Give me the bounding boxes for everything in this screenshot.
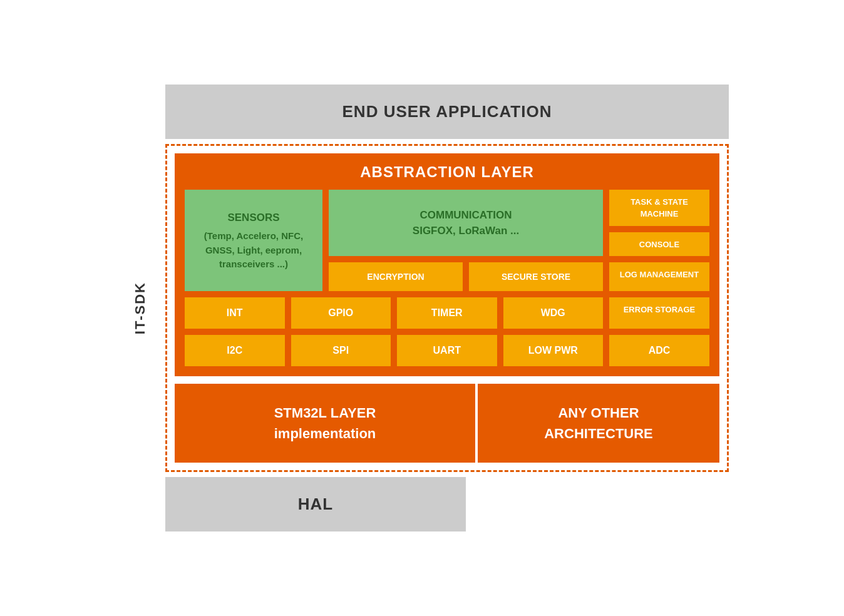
stm32l-line1: STM32L LAYER: [187, 403, 463, 423]
uart-block: UART: [397, 335, 497, 366]
stm32l-line2: implementation: [187, 423, 463, 444]
it-sdk-container: IT-SDK ABSTRACTION LAYER SENSORS (Temp, …: [115, 144, 729, 472]
it-sdk-label-wrapper: IT-SDK: [115, 144, 165, 472]
abstraction-layer-block: ABSTRACTION LAYER SENSORS (Temp, Acceler…: [175, 153, 719, 376]
spi-label: SPI: [332, 345, 349, 356]
end-user-app-block: END USER APPLICATION: [165, 85, 729, 139]
i2c-block: I2C: [185, 335, 285, 366]
gpio-label: GPIO: [328, 307, 353, 318]
sensors-subtitle: (Temp, Accelero, NFC, GNSS, Light, eepro…: [192, 229, 315, 272]
int-label: INT: [227, 307, 243, 318]
stm32l-block: STM32L LAYER implementation: [175, 384, 475, 463]
wdg-block: WDG: [503, 297, 604, 329]
it-sdk-dashed-box: ABSTRACTION LAYER SENSORS (Temp, Acceler…: [165, 144, 729, 472]
encryption-block: ENCRYPTION: [329, 262, 463, 291]
gpio-block: GPIO: [291, 297, 391, 329]
int-block: INT: [185, 297, 285, 329]
task-state-label: TASK & STATE MACHINE: [630, 197, 688, 218]
i2c-label: I2C: [227, 345, 242, 356]
encryption-label: ENCRYPTION: [367, 272, 424, 282]
error-storage-block: ERROR STORAGE: [609, 297, 709, 329]
comm-title: COMMUNICATION: [413, 207, 519, 223]
hal-block: HAL: [165, 477, 466, 531]
console-block: CONSOLE: [609, 232, 709, 256]
spi-block: SPI: [291, 335, 391, 366]
sensors-title: SENSORS: [192, 210, 315, 226]
any-other-line1: ANY OTHER: [490, 403, 707, 423]
hal-row: HAL: [165, 477, 729, 531]
end-user-app-label: END USER APPLICATION: [342, 102, 552, 121]
any-other-line2: ARCHITECTURE: [490, 423, 707, 444]
hal-label: HAL: [298, 495, 333, 513]
communication-block: COMMUNICATION SIGFOX, LoRaWan ...: [329, 190, 603, 256]
error-storage-label: ERROR STORAGE: [624, 305, 696, 314]
sensors-block: SENSORS (Temp, Accelero, NFC, GNSS, Ligh…: [185, 190, 322, 291]
hal-spacer: [466, 477, 729, 531]
wdg-label: WDG: [541, 307, 565, 318]
log-management-block: LOG MANAGEMENT: [609, 262, 709, 291]
console-label: CONSOLE: [639, 240, 679, 249]
impl-row: STM32L LAYER implementation ANY OTHER AR…: [175, 384, 719, 463]
task-state-machine-block: TASK & STATE MACHINE: [609, 190, 709, 226]
abstraction-layer-title: ABSTRACTION LAYER: [185, 163, 709, 181]
secure-store-label: SECURE STORE: [502, 272, 570, 282]
timer-label: TIMER: [431, 307, 463, 318]
low-pwr-block: LOW PWR: [503, 335, 604, 366]
adc-block: ADC: [609, 335, 709, 366]
any-other-block: ANY OTHER ARCHITECTURE: [478, 384, 719, 463]
comm-subtitle: SIGFOX, LoRaWan ...: [413, 223, 519, 239]
adc-label: ADC: [649, 345, 671, 356]
log-management-label: LOG MANAGEMENT: [620, 270, 699, 279]
secure-store-block: SECURE STORE: [469, 262, 603, 291]
low-pwr-label: LOW PWR: [528, 345, 578, 356]
timer-block: TIMER: [397, 297, 497, 329]
uart-label: UART: [433, 345, 461, 356]
it-sdk-label: IT-SDK: [132, 282, 148, 334]
